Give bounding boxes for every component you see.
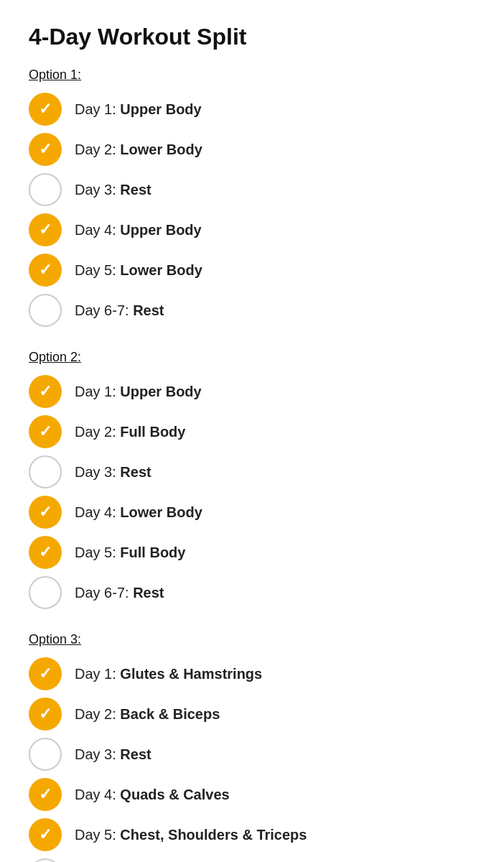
item-label: Day 3: Rest	[75, 464, 151, 481]
checkmark-symbol: ✓	[39, 101, 52, 117]
item-label: Day 1: Upper Body	[75, 101, 202, 118]
list-item: ✓Day 4: Quads & Calves	[29, 778, 475, 811]
section-option3: Option 3:✓Day 1: Glutes & Hamstrings✓Day…	[29, 632, 475, 862]
checkmark-symbol: ✓	[39, 706, 52, 722]
item-label: Day 2: Back & Biceps	[75, 706, 220, 723]
checkmark-symbol: ✓	[39, 666, 52, 682]
item-label: Day 5: Chest, Shoulders & Triceps	[75, 827, 307, 843]
checked-icon[interactable]: ✓	[29, 778, 62, 811]
unchecked-icon[interactable]	[29, 173, 62, 206]
checkmark-symbol: ✓	[39, 262, 52, 278]
checked-icon[interactable]: ✓	[29, 698, 62, 731]
checked-icon[interactable]: ✓	[29, 93, 62, 126]
section-heading-option3: Option 3:	[29, 632, 475, 647]
list-item: Day 3: Rest	[29, 455, 475, 488]
checked-icon[interactable]: ✓	[29, 133, 62, 166]
list-item: ✓Day 2: Back & Biceps	[29, 698, 475, 731]
item-label: Day 4: Upper Body	[75, 222, 202, 238]
checkmark-symbol: ✓	[39, 142, 52, 157]
item-label: Day 1: Upper Body	[75, 384, 202, 400]
list-item: ✓Day 5: Chest, Shoulders & Triceps	[29, 818, 475, 851]
section-option1: Option 1:✓Day 1: Upper Body✓Day 2: Lower…	[29, 68, 475, 327]
checked-icon[interactable]: ✓	[29, 496, 62, 529]
list-item: ✓Day 5: Full Body	[29, 536, 475, 569]
unchecked-icon[interactable]	[29, 858, 62, 862]
list-item: Day 3: Rest	[29, 173, 475, 206]
checkmark-symbol: ✓	[39, 424, 52, 440]
list-item: Day 6-7: Rest	[29, 858, 475, 862]
item-label: Day 3: Rest	[75, 182, 151, 198]
item-label: Day 4: Lower Body	[75, 504, 202, 521]
checked-icon[interactable]: ✓	[29, 415, 62, 448]
item-label: Day 3: Rest	[75, 746, 151, 763]
unchecked-icon[interactable]	[29, 738, 62, 771]
list-item: ✓Day 4: Upper Body	[29, 213, 475, 246]
list-item: Day 6-7: Rest	[29, 294, 475, 327]
list-item: ✓Day 1: Glutes & Hamstrings	[29, 657, 475, 690]
checked-icon[interactable]: ✓	[29, 657, 62, 690]
list-item: ✓Day 2: Full Body	[29, 415, 475, 448]
checked-icon[interactable]: ✓	[29, 254, 62, 287]
checkmark-symbol: ✓	[39, 504, 52, 520]
checkmark-symbol: ✓	[39, 384, 52, 399]
section-heading-option1: Option 1:	[29, 68, 475, 83]
checkmark-symbol: ✓	[39, 787, 52, 802]
unchecked-icon[interactable]	[29, 455, 62, 488]
item-label: Day 1: Glutes & Hamstrings	[75, 666, 262, 682]
item-label: Day 4: Quads & Calves	[75, 787, 230, 803]
item-label: Day 2: Full Body	[75, 424, 185, 440]
checked-icon[interactable]: ✓	[29, 536, 62, 569]
section-heading-option2: Option 2:	[29, 350, 475, 365]
checkmark-symbol: ✓	[39, 544, 52, 560]
list-item: ✓Day 5: Lower Body	[29, 254, 475, 287]
list-item: ✓Day 1: Upper Body	[29, 93, 475, 126]
page-title: 4-Day Workout Split	[29, 23, 475, 50]
unchecked-icon[interactable]	[29, 576, 62, 609]
unchecked-icon[interactable]	[29, 294, 62, 327]
checked-icon[interactable]: ✓	[29, 818, 62, 851]
checked-icon[interactable]: ✓	[29, 213, 62, 246]
item-label: Day 2: Lower Body	[75, 142, 202, 158]
checkmark-symbol: ✓	[39, 827, 52, 843]
list-item: ✓Day 4: Lower Body	[29, 496, 475, 529]
list-item: Day 3: Rest	[29, 738, 475, 771]
item-label: Day 5: Lower Body	[75, 262, 202, 279]
item-label: Day 6-7: Rest	[75, 585, 164, 601]
list-item: ✓Day 1: Upper Body	[29, 375, 475, 408]
checked-icon[interactable]: ✓	[29, 375, 62, 408]
section-option2: Option 2:✓Day 1: Upper Body✓Day 2: Full …	[29, 350, 475, 609]
list-item: Day 6-7: Rest	[29, 576, 475, 609]
item-label: Day 5: Full Body	[75, 544, 185, 561]
checkmark-symbol: ✓	[39, 222, 52, 238]
item-label: Day 6-7: Rest	[75, 302, 164, 319]
list-item: ✓Day 2: Lower Body	[29, 133, 475, 166]
